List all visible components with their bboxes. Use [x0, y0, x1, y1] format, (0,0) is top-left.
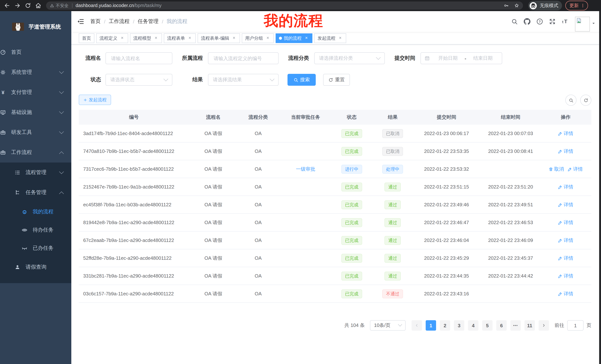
status-placeholder: 请选择状态 [110, 77, 134, 83]
browser-update-menu-button[interactable]: 更新 [565, 1, 588, 10]
table-row[interactable]: 03c6c157-7b9a-11ec-a290-acde48001122 OA … [79, 285, 591, 303]
key-icon[interactable] [504, 3, 509, 8]
sidebar-item[interactable]: 待办任务 [0, 221, 71, 239]
github-icon[interactable] [524, 18, 531, 25]
tab[interactable]: 首页 [79, 33, 94, 43]
process-category-select[interactable]: 请选择流程分类 [314, 52, 385, 64]
table-row[interactable]: 52ffd28e-7b9a-11ec-a290-acde48001122 OA … [79, 249, 591, 267]
sidebar-item[interactable]: 首页 [0, 42, 71, 62]
sidebar-item[interactable]: 支付管理 [0, 82, 71, 102]
help-icon[interactable] [536, 18, 543, 25]
sidebar-item[interactable]: 流程管理 [0, 163, 71, 182]
table-row[interactable]: ec45f38f-7b9a-11ec-b03b-acde48001122 OA … [79, 196, 591, 214]
search-icon[interactable] [511, 18, 518, 25]
sidebar-item[interactable]: 研发工具 [0, 123, 71, 143]
app-logo[interactable]: 芋道管理系统 [0, 11, 71, 42]
tab[interactable]: 用户分组 × [242, 33, 274, 43]
row-action-link[interactable]: 详情 [558, 237, 573, 244]
breadcrumb-item[interactable]: 工作流程 / [109, 18, 138, 25]
browser-home-icon[interactable] [35, 2, 42, 9]
breadcrumb-item[interactable]: 首页 / [90, 18, 109, 25]
sidebar-item[interactable]: 我的流程 [0, 203, 71, 221]
process-definition-input[interactable] [213, 55, 274, 61]
cell-id: 331bc281-7b9a-11ec-a290-acde48001122 [79, 273, 189, 279]
browser-back-icon[interactable] [4, 2, 10, 9]
row-action-link[interactable]: 详情 [558, 201, 573, 208]
table-row[interactable]: 7317cec6-7b9b-11ec-b5b7-acde48001122 OA … [79, 160, 591, 178]
start-process-button[interactable]: 发起流程 [79, 95, 111, 105]
submit-time-range-picker[interactable]: 开始日期 - 结束日期 [421, 52, 502, 64]
tab-close-icon[interactable]: × [187, 35, 192, 41]
refresh-table-button[interactable] [580, 95, 591, 106]
row-action-link[interactable]: 详情 [558, 183, 573, 190]
page-number-button[interactable]: 4 [468, 320, 478, 331]
row-action-link[interactable]: 详情 [558, 255, 573, 261]
sidebar-item[interactable]: 基础设施 [0, 102, 71, 123]
row-action-link[interactable]: 详情 [558, 290, 573, 297]
breadcrumb-item[interactable]: 我的流程 / [167, 18, 187, 25]
table-row[interactable]: 3ad174fb-7b9d-11ec-8404-acde48001122 OA … [79, 125, 591, 143]
row-action-link[interactable]: 取消 [549, 166, 564, 172]
row-action-link[interactable]: 详情 [568, 166, 583, 172]
tab[interactable]: 流程表单-编辑 × [198, 33, 240, 43]
result-select[interactable]: 请选择流结果 [208, 74, 279, 86]
browser-reload-icon[interactable] [25, 2, 31, 9]
table-row[interactable]: 819442e8-7b9a-11ec-a290-acde48001122 OA … [79, 214, 591, 231]
table-row[interactable]: 7470a810-7b9b-11ec-b5b7-acde48001122 OA … [79, 143, 591, 160]
sidebar-item[interactable]: 请假查询 [0, 257, 71, 283]
font-size-icon[interactable] [562, 18, 568, 25]
table-row[interactable]: 67c2eaab-7b9a-11ec-a290-acde48001122 OA … [79, 231, 591, 249]
table-header-row: 编号流程名流程分类当前审批任务状态结果提交时间结束时间操作 [79, 110, 591, 125]
search-button[interactable]: 搜索 [288, 74, 316, 86]
page-scrollbar[interactable] [599, 11, 601, 364]
status-select[interactable]: 请选择状态 [105, 74, 172, 86]
fullscreen-icon[interactable] [549, 18, 556, 25]
page-number-button[interactable]: 6 [496, 320, 507, 331]
toggle-search-button[interactable] [565, 95, 576, 106]
sidebar-item[interactable]: 工作流程 [0, 143, 71, 163]
cell-category: OA [238, 184, 279, 190]
breadcrumb-item[interactable]: 任务管理 / [138, 18, 167, 25]
row-action-link[interactable]: 详情 [558, 273, 573, 279]
current-task-link[interactable]: 一级审批 [296, 166, 315, 172]
table-row[interactable]: 331bc281-7b9a-11ec-a290-acde48001122 OA … [79, 267, 591, 285]
page-number-button[interactable]: 1 [426, 320, 436, 331]
tab-close-icon[interactable]: × [338, 35, 343, 41]
goto-page-input[interactable] [567, 320, 583, 331]
sidebar-item[interactable]: 任务管理 [0, 182, 71, 203]
row-action-link[interactable]: 详情 [558, 130, 573, 137]
avatar[interactable] [575, 17, 590, 31]
tab-close-icon[interactable]: × [304, 35, 309, 41]
tab-close-icon[interactable]: × [120, 35, 125, 41]
tab[interactable]: 流程定义 × [96, 33, 128, 43]
page-number-button[interactable]: ••• [510, 320, 521, 331]
prev-page-button[interactable] [411, 320, 422, 331]
tab[interactable]: 流程表单 × [164, 33, 196, 43]
tab[interactable]: 我的流程 × [276, 33, 312, 43]
tab[interactable]: 流程模型 × [130, 33, 162, 43]
row-action-link[interactable]: 详情 [558, 148, 573, 154]
reset-button[interactable]: 重置 [323, 74, 350, 86]
page-number-button[interactable]: 3 [454, 320, 464, 331]
user-menu-caret-icon[interactable] [591, 21, 596, 26]
sidebar-item[interactable]: 系统管理 [0, 62, 71, 82]
tab[interactable]: 发起流程 × [314, 33, 346, 43]
tab-close-icon[interactable]: × [265, 35, 270, 41]
process-name-input[interactable] [110, 55, 168, 61]
page-number-button[interactable]: 5 [482, 320, 492, 331]
address-bar[interactable]: 不安全 dashboard.yudao.iocoder.cn/bpm/task/… [46, 1, 523, 10]
tab-close-icon[interactable]: × [231, 35, 237, 41]
sidebar-collapse-icon[interactable] [77, 18, 84, 25]
security-warning[interactable]: 不安全 [50, 3, 69, 8]
table-row[interactable]: 2152467e-7b9b-11ec-9a1b-acde48001122 OA … [79, 178, 591, 196]
page-size-select[interactable]: 10条/页 [370, 320, 406, 331]
bookmark-star-icon[interactable] [514, 3, 519, 8]
page-number-button[interactable]: 11 [524, 320, 535, 331]
page-number-button[interactable]: 2 [440, 320, 450, 331]
tab-close-icon[interactable]: × [153, 35, 159, 41]
row-action-link[interactable]: 详情 [558, 219, 573, 226]
browser-forward-icon[interactable] [14, 2, 21, 9]
tab-label: 我的流程 [284, 34, 302, 42]
sidebar-item[interactable]: 已办任务 [0, 239, 71, 257]
next-page-button[interactable] [539, 320, 549, 331]
